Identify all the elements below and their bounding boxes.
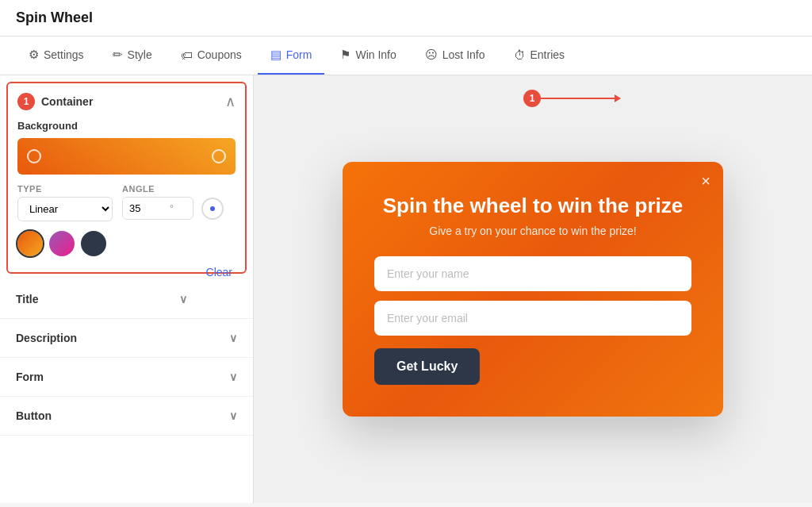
- title-section: Title ∨: [0, 280, 253, 319]
- background-subsection: Background TYPE Linear ANGLE: [17, 120, 236, 256]
- preview-area: 1 × Spin the wheel to win the prize Give…: [254, 75, 812, 503]
- container-label: Container: [41, 95, 225, 108]
- color-swatch-purple[interactable]: [49, 231, 75, 256]
- angle-field-group: ANGLE °: [122, 184, 224, 221]
- modal-title: Spin the wheel to win the prize: [374, 194, 691, 218]
- button-chevron-icon: ∨: [229, 409, 237, 422]
- tab-style[interactable]: ✏ Style: [100, 36, 165, 75]
- tab-lost-info[interactable]: ☹ Lost Info: [412, 36, 498, 75]
- tab-win-info[interactable]: ⚑ Win Info: [327, 36, 408, 75]
- title-section-label: Title: [16, 293, 39, 305]
- step-badge: 1: [17, 93, 35, 110]
- angle-unit: °: [167, 198, 177, 219]
- type-select[interactable]: Linear: [17, 197, 113, 221]
- color-presets: [17, 231, 236, 256]
- form-section: Form ∨: [0, 358, 253, 397]
- style-icon: ✏: [113, 48, 123, 62]
- gradient-handle-left[interactable]: [27, 149, 41, 163]
- win-icon: ⚑: [340, 48, 350, 62]
- page-title: Spin Wheel: [16, 10, 93, 25]
- description-chevron-icon: ∨: [229, 332, 237, 344]
- tab-entries[interactable]: ⏱ Entries: [501, 37, 578, 75]
- clear-button[interactable]: Clear: [203, 263, 236, 282]
- section-header-row: 1 Container ∧: [17, 93, 236, 110]
- angle-knob[interactable]: [201, 198, 224, 220]
- title-chevron-icon: ∨: [179, 293, 187, 305]
- main-layout: 1 Container ∧ Background TYPE Linear: [0, 75, 812, 503]
- color-swatch-orange[interactable]: [17, 231, 43, 256]
- bottom-sections: Title ∨ Description ∨ Form ∨ Button: [0, 280, 253, 436]
- entries-icon: ⏱: [514, 48, 526, 62]
- modal-close-button[interactable]: ×: [701, 173, 710, 189]
- color-swatch-dark[interactable]: [81, 231, 106, 256]
- container-section: 1 Container ∧ Background TYPE Linear: [6, 82, 247, 274]
- annotation-1: 1: [523, 90, 620, 107]
- description-section-header[interactable]: Description ∨: [0, 319, 253, 357]
- button-section-label: Button: [16, 409, 52, 422]
- page-header: Spin Wheel: [0, 0, 812, 36]
- sidebar: 1 Container ∧ Background TYPE Linear: [0, 75, 254, 503]
- form-chevron-icon: ∨: [229, 371, 237, 383]
- form-section-header[interactable]: Form ∨: [0, 358, 253, 396]
- gradient-preview[interactable]: [17, 138, 236, 175]
- modal-card: × Spin the wheel to win the prize Give a…: [343, 162, 723, 417]
- coupons-icon: 🏷: [181, 48, 193, 62]
- background-label: Background: [17, 120, 236, 132]
- settings-icon: ⚙: [29, 48, 39, 62]
- type-label: TYPE: [17, 184, 113, 194]
- modal-subtitle: Give a try on your chance to win the pri…: [374, 225, 691, 237]
- button-section-header[interactable]: Button ∨: [0, 397, 253, 435]
- tab-form[interactable]: ▤ Form: [258, 36, 325, 75]
- form-section-label: Form: [16, 371, 44, 383]
- description-section: Description ∨: [0, 319, 253, 358]
- description-section-label: Description: [16, 332, 77, 344]
- top-nav: ⚙ Settings ✏ Style 🏷 Coupons ▤ Form ⚑ Wi…: [0, 36, 812, 75]
- gradient-handle-right[interactable]: [212, 149, 226, 163]
- angle-knob-dot: [210, 206, 215, 211]
- name-input[interactable]: [374, 256, 691, 291]
- get-lucky-button[interactable]: Get Lucky: [374, 348, 480, 385]
- email-input[interactable]: [374, 301, 691, 336]
- form-icon: ▤: [270, 48, 282, 62]
- type-angle-row: TYPE Linear ANGLE °: [17, 184, 236, 221]
- button-section: Button ∨: [0, 397, 253, 436]
- angle-label: ANGLE: [122, 184, 224, 194]
- type-field-group: TYPE Linear: [17, 184, 113, 221]
- tab-settings[interactable]: ⚙ Settings: [16, 36, 97, 75]
- annotation-badge: 1: [523, 90, 541, 107]
- tab-coupons[interactable]: 🏷 Coupons: [168, 37, 255, 75]
- angle-input-wrap: °: [122, 197, 193, 220]
- collapse-icon[interactable]: ∧: [225, 93, 236, 110]
- angle-input[interactable]: [123, 198, 167, 219]
- lost-icon: ☹: [425, 48, 438, 62]
- title-section-header[interactable]: Title ∨: [0, 280, 203, 318]
